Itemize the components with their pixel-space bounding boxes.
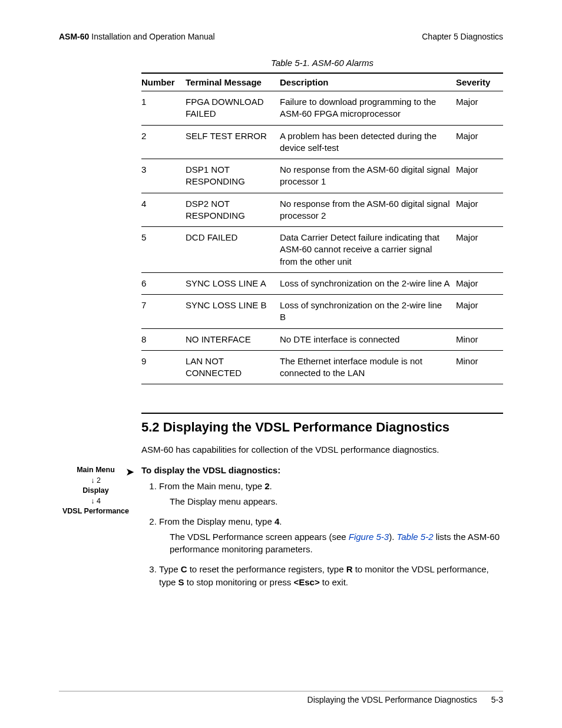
page-footer: Displaying the VDSL Performance Diagnost…: [59, 691, 503, 704]
cell-num: 1: [141, 91, 186, 126]
cell-num: 9: [141, 350, 186, 384]
cell-msg: SELF TEST ERROR: [186, 125, 280, 159]
cell-msg: DSP2 NOT RESPONDING: [186, 193, 280, 227]
cell-msg: DSP1 NOT RESPONDING: [186, 159, 280, 193]
cell-num: 2: [141, 125, 186, 159]
step-3: Type C to reset the performance register…: [159, 563, 503, 589]
procedure-heading-text: To display the VDSL diagnostics:: [141, 465, 280, 475]
cell-num: 4: [141, 193, 186, 227]
cell-desc: No response from the ASM-60 digital sign…: [280, 193, 456, 227]
cell-sev: Major: [456, 159, 503, 193]
col-message: Terminal Message: [186, 73, 280, 91]
nav-vdsl: VDSL Performance: [59, 506, 133, 517]
cell-num: 7: [141, 295, 186, 329]
cell-num: 8: [141, 328, 186, 350]
main-content: Table 5-1. ASM-60 Alarms Number Terminal…: [141, 58, 503, 589]
cell-desc: Loss of synchronization on the 2-wire li…: [280, 295, 456, 329]
cell-sev: Major: [456, 125, 503, 159]
table-row: 8NO INTERFACENo DTE interface is connect…: [141, 328, 503, 350]
nav-main-menu: Main Menu: [59, 465, 133, 476]
procedure-steps: From the Main menu, type 2. The Display …: [141, 480, 503, 588]
cell-msg: FPGA DOWNLOAD FAILED: [186, 91, 280, 126]
section-number: 5.2: [141, 420, 160, 434]
cell-sev: Major: [456, 272, 503, 294]
col-number: Number: [141, 73, 186, 91]
footer-page: 5-3: [491, 695, 503, 704]
alarms-table: Number Terminal Message Description Seve…: [141, 73, 503, 384]
cell-msg: SYNC LOSS LINE A: [186, 272, 280, 294]
col-severity: Severity: [456, 73, 503, 91]
cell-desc: Failure to download programming to the A…: [280, 91, 456, 126]
procedure-heading: ➤ To display the VDSL diagnostics:: [141, 465, 503, 475]
header-right: Chapter 5 Diagnostics: [422, 32, 503, 41]
cell-msg: SYNC LOSS LINE B: [186, 295, 280, 329]
cell-sev: Minor: [456, 328, 503, 350]
table-row: 2SELF TEST ERRORA problem has been detec…: [141, 125, 503, 159]
step-2: From the Display menu, type 4. The VDSL …: [159, 515, 503, 556]
step-1-result: The Display menu appears.: [170, 495, 503, 508]
table-row: 1FPGA DOWNLOAD FAILEDFailure to download…: [141, 91, 503, 126]
step-1: From the Main menu, type 2. The Display …: [159, 480, 503, 508]
table-header-row: Number Terminal Message Description Seve…: [141, 73, 503, 91]
cell-desc: No response from the ASM-60 digital sign…: [280, 159, 456, 193]
section-lead: ASM-60 has capabilities for collection o…: [141, 443, 503, 456]
cell-msg: DCD FAILED: [186, 227, 280, 273]
footer-title: Displaying the VDSL Performance Diagnost…: [308, 695, 477, 704]
cell-msg: LAN NOT CONNECTED: [186, 350, 280, 384]
cell-msg: NO INTERFACE: [186, 328, 280, 350]
cell-num: 3: [141, 159, 186, 193]
nav-arrow-2: ↓ 2: [59, 476, 133, 486]
cell-num: 5: [141, 227, 186, 273]
page: ASM-60 Installation and Operation Manual…: [0, 0, 562, 728]
step-2-result: The VDSL Performance screen appears (see…: [170, 531, 503, 556]
table-row: 3DSP1 NOT RESPONDINGNo response from the…: [141, 159, 503, 193]
cell-desc: The Ethernet interface module is not con…: [280, 350, 456, 384]
section-rule: [141, 413, 503, 414]
cell-num: 6: [141, 272, 186, 294]
table-row: 9LAN NOT CONNECTEDThe Ethernet interface…: [141, 350, 503, 384]
section-title: Displaying the VDSL Performance Diagnost…: [163, 420, 449, 434]
cell-desc: Data Carrier Detect failure indicating t…: [280, 227, 456, 273]
running-header: ASM-60 Installation and Operation Manual…: [59, 32, 503, 41]
table-caption: Table 5-1. ASM-60 Alarms: [141, 58, 503, 68]
section-heading: 5.2 Displaying the VDSL Performance Diag…: [141, 420, 503, 435]
cell-desc: A problem has been detected during the d…: [280, 125, 456, 159]
cell-sev: Major: [456, 227, 503, 273]
manual-title: Installation and Operation Manual: [91, 32, 214, 41]
table-row: 7SYNC LOSS LINE BLoss of synchronization…: [141, 295, 503, 329]
cell-sev: Major: [456, 193, 503, 227]
nav-arrow-4: ↓ 4: [59, 496, 133, 507]
table-row: 4DSP2 NOT RESPONDINGNo response from the…: [141, 193, 503, 227]
table-row: 6SYNC LOSS LINE ALoss of synchronization…: [141, 272, 503, 294]
product-name: ASM-60: [59, 32, 89, 41]
table-row: 5DCD FAILEDData Carrier Detect failure i…: [141, 227, 503, 273]
triangle-bullet-icon: ➤: [126, 466, 134, 477]
cell-desc: Loss of synchronization on the 2-wire li…: [280, 272, 456, 294]
cell-sev: Major: [456, 295, 503, 329]
table-5-2-link[interactable]: Table 5-2: [396, 532, 433, 542]
cell-sev: Minor: [456, 350, 503, 384]
menu-path-sidebar: Main Menu ↓ 2 Display ↓ 4 VDSL Performan…: [59, 465, 133, 517]
figure-5-3-link[interactable]: Figure 5-3: [349, 532, 389, 542]
cell-sev: Major: [456, 91, 503, 126]
header-left: ASM-60 Installation and Operation Manual: [59, 32, 215, 41]
col-desc: Description: [280, 73, 456, 91]
cell-desc: No DTE interface is connected: [280, 328, 456, 350]
nav-display: Display: [59, 486, 133, 496]
procedure-block: Main Menu ↓ 2 Display ↓ 4 VDSL Performan…: [141, 465, 503, 588]
